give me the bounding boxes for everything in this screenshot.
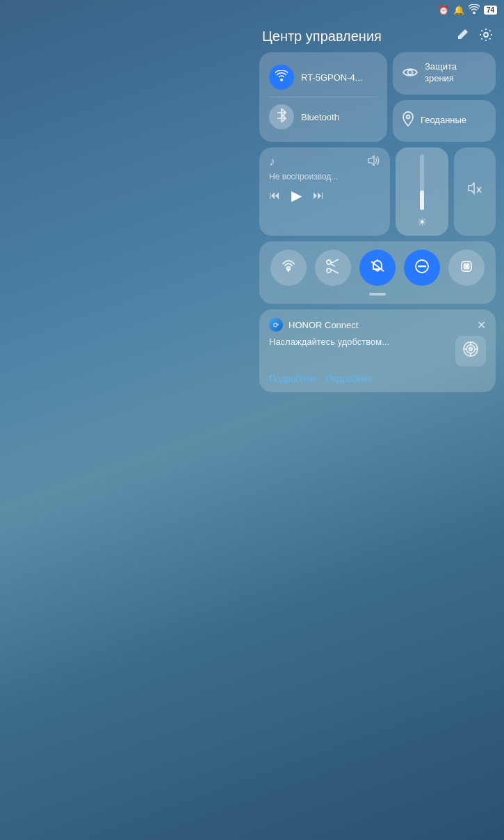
hotspot-button[interactable] xyxy=(270,250,307,286)
wifi-icon-circle xyxy=(269,65,294,90)
location-icon xyxy=(403,111,414,130)
notif-action1-link[interactable]: Подробнее xyxy=(269,373,316,384)
top-tiles-row: RT-5GPON-4... xyxy=(259,52,496,142)
notif-text: Наслаждайтесь удобством... xyxy=(269,336,455,348)
screenshot-button[interactable] xyxy=(315,250,351,286)
svg-point-0 xyxy=(484,33,488,37)
status-bar: ⏰ 🔔 74 xyxy=(0,0,504,19)
wifi-icon xyxy=(469,4,480,16)
wifi-info: RT-5GPON-4... xyxy=(301,72,363,83)
play-button[interactable]: ▶ xyxy=(291,187,302,204)
scissors-icon xyxy=(325,259,341,277)
bluetooth-icon-circle xyxy=(269,104,294,129)
bluetooth-label: Bluetooth xyxy=(301,112,339,122)
dnd-button[interactable] xyxy=(404,250,440,286)
location-tile[interactable]: Геоданные xyxy=(393,100,496,143)
edit-icon[interactable] xyxy=(455,28,469,45)
svg-line-13 xyxy=(331,269,339,273)
wifi-toggle-icon xyxy=(275,70,288,85)
scroll-indicator xyxy=(266,293,489,296)
media-tile[interactable]: ♪ Не воспроизвод... ⏮ ▶ ⏭ xyxy=(259,147,390,236)
svg-point-11 xyxy=(327,268,331,273)
right-tiles-col: Защита зрения Геоданные xyxy=(393,52,496,142)
next-button[interactable]: ⏭ xyxy=(313,189,324,202)
notif-body: Наслаждайтесь удобством... xyxy=(269,336,486,366)
hotspot-icon xyxy=(281,259,296,277)
battery-indicator: 74 xyxy=(484,6,497,15)
brightness-tile[interactable]: ☀ xyxy=(396,147,448,236)
media-row: ♪ Не воспроизвод... ⏮ ▶ ⏭ xyxy=(259,147,496,236)
prev-button[interactable]: ⏮ xyxy=(269,189,280,202)
notification-card[interactable]: ⟳ HONOR Connect ✕ Наслаждайтесь удобство… xyxy=(259,309,496,392)
music-note-icon: ♪ xyxy=(269,154,275,169)
brightness-track xyxy=(420,154,424,210)
media-controls: ⏮ ▶ ⏭ xyxy=(269,187,380,204)
protection-label: Защита зрения xyxy=(425,61,486,85)
notif-app-icon: ⟳ xyxy=(269,318,283,332)
cc-title: Центр управления xyxy=(262,29,382,45)
svg-point-21 xyxy=(469,348,473,351)
bluetooth-toggle-icon xyxy=(277,108,286,126)
cc-header-actions xyxy=(455,28,493,45)
svg-line-14 xyxy=(331,264,335,266)
protection-tile[interactable]: Защита зрения xyxy=(393,52,496,95)
alarm-icon: ⏰ xyxy=(438,5,449,15)
silent-icon xyxy=(370,259,385,277)
control-center: Центр управления xyxy=(259,28,496,392)
brightness-fill xyxy=(420,191,424,210)
honor-connect-icon: ⟳ xyxy=(273,321,279,329)
svg-point-4 xyxy=(408,70,413,74)
notif-close-button[interactable]: ✕ xyxy=(477,318,486,332)
connectivity-tile[interactable]: RT-5GPON-4... xyxy=(259,52,387,142)
svg-line-12 xyxy=(331,259,339,264)
notif-thumb-icon xyxy=(461,339,480,363)
scroll-dot xyxy=(369,293,386,296)
quick-actions-tile xyxy=(259,241,496,304)
wifi-item[interactable]: RT-5GPON-4... xyxy=(269,60,377,97)
media-top-row: ♪ xyxy=(269,154,380,169)
mute-tile[interactable] xyxy=(454,147,496,236)
mute-icon xyxy=(467,182,482,201)
svg-point-5 xyxy=(407,115,410,119)
wifi-ssid: RT-5GPON-4... xyxy=(301,72,363,83)
nfc-button[interactable] xyxy=(448,250,485,286)
notif-app-row: ⟳ HONOR Connect xyxy=(269,318,358,332)
svg-point-10 xyxy=(327,260,331,264)
notif-thumbnail xyxy=(455,336,486,366)
silent-button[interactable] xyxy=(359,250,396,286)
notif-header: ⟳ HONOR Connect ✕ xyxy=(269,318,486,332)
settings-icon[interactable] xyxy=(479,28,493,45)
notif-actions: Подробнее Подробнее xyxy=(269,373,486,384)
notification-icon: 🔔 xyxy=(453,5,464,15)
quick-actions-row xyxy=(266,250,489,286)
notif-action2-link[interactable]: Подробнее xyxy=(325,373,372,384)
location-label: Геоданные xyxy=(421,115,466,127)
cc-header: Центр управления xyxy=(259,28,496,52)
nfc-icon xyxy=(459,259,474,277)
notif-app-name: HONOR Connect xyxy=(288,320,358,330)
media-track-name: Не воспроизвод... xyxy=(269,172,380,181)
bluetooth-item[interactable]: Bluetooth xyxy=(269,100,377,134)
eye-icon xyxy=(403,65,418,81)
volume-icon xyxy=(368,155,380,169)
dnd-icon xyxy=(414,259,430,277)
brightness-icon: ☀ xyxy=(417,216,427,229)
